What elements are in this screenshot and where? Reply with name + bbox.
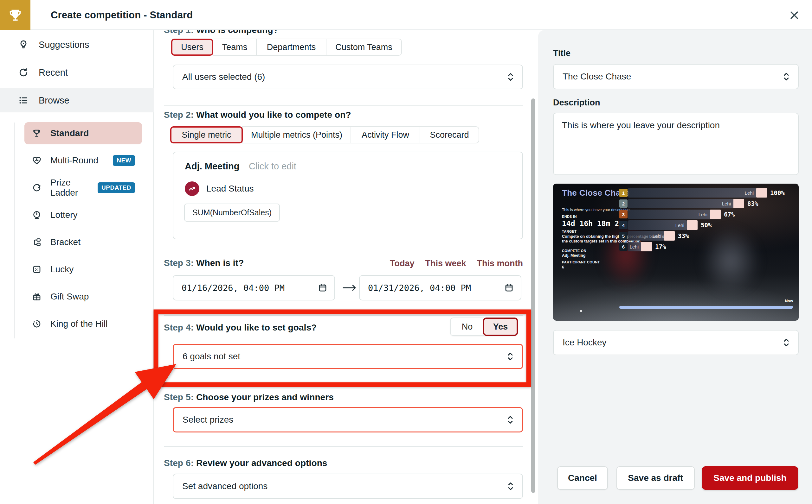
save-as-draft-button[interactable]: Save as draft: [617, 466, 695, 490]
list-icon: [18, 95, 29, 105]
quick-link-this-month[interactable]: This month: [477, 259, 523, 268]
sidebar-type-multi-round[interactable]: Multi-Round NEW: [24, 149, 142, 172]
chevron-up-down-icon: [782, 338, 790, 347]
form-scroll-area: Step 1: Who is competing? Users Teams De…: [154, 30, 538, 504]
page-title: Create competition - Standard: [51, 0, 193, 30]
chevron-up-down-icon: [782, 72, 790, 81]
sidebar-type-king-of-the-hill[interactable]: King of the Hill: [24, 313, 142, 335]
updated-badge: UPDATED: [98, 182, 135, 193]
sidebar-item-suggestions[interactable]: Suggestions: [0, 33, 154, 57]
end-date-input[interactable]: 01/31/2026, 04:00 PM: [359, 275, 521, 300]
sidebar-item-label: Suggestions: [39, 40, 89, 50]
formula-chip[interactable]: SUM(NumberOfSales): [184, 204, 280, 222]
vertical-scrollbar[interactable]: [531, 98, 535, 493]
tab-single-metric[interactable]: Single metric: [170, 126, 243, 143]
theme-dropdown[interactable]: Ice Hockey: [553, 330, 799, 355]
save-and-publish-button[interactable]: Save and publish: [702, 466, 798, 490]
cancel-button[interactable]: Cancel: [557, 466, 608, 490]
users-selected-dropdown[interactable]: All users selected (6): [173, 65, 523, 89]
countdown-value: 14d 16h 18m 25s: [562, 219, 628, 228]
close-button[interactable]: [787, 8, 801, 22]
quick-link-this-week[interactable]: This week: [425, 259, 466, 268]
sidebar: Suggestions Recent Browse Standard Mu: [0, 30, 154, 504]
sidebar-type-label: Gift Swap: [50, 292, 89, 302]
arrow-right-icon: [343, 283, 357, 292]
goals-toggle-no[interactable]: No: [450, 318, 484, 336]
sidebar-item-label: Browse: [39, 95, 69, 106]
compete-on-value: Adj. Meeting: [562, 253, 585, 258]
advanced-options-dropdown[interactable]: Set advanced options: [173, 474, 523, 499]
tab-teams[interactable]: Teams: [213, 39, 257, 56]
preview-leaderboard: 1 Lehi 100% 2 Lehi 83% 3 Lehi 67%: [619, 188, 785, 253]
leaderboard-row: 2 Lehi 83%: [619, 199, 785, 208]
step2-tabs: Single metric Multiple metrics (Points) …: [170, 126, 479, 143]
step3-heading: Step 3: When is it?: [164, 258, 244, 268]
sidebar-type-lottery[interactable]: Lottery: [24, 204, 142, 226]
tab-activity-flow[interactable]: Activity Flow: [351, 126, 420, 143]
tree-guide-line: [14, 123, 15, 338]
step5-heading: Step 5: Choose your prizes and winners: [164, 392, 334, 402]
description-textarea[interactable]: This is where you leave your description: [553, 113, 799, 175]
avatar: [687, 220, 698, 230]
participant-count-label: PARTICIPANT COUNT: [562, 260, 600, 264]
tab-custom-teams[interactable]: Custom Teams: [326, 39, 402, 56]
step1-tabs: Users Teams Departments Custom Teams: [171, 39, 402, 56]
metric-edit-hint[interactable]: Click to edit: [249, 161, 296, 172]
chevron-up-down-icon: [506, 352, 514, 361]
sidebar-type-lucky[interactable]: Lucky: [24, 258, 142, 280]
start-date-input[interactable]: 01/16/2026, 04:00 PM: [173, 275, 335, 300]
competition-preview-card: The Close Chase This is where you leave …: [553, 184, 799, 321]
clock-icon: [32, 319, 41, 329]
title-dropdown[interactable]: The Close Chase: [553, 64, 799, 89]
app-logo: [0, 0, 30, 30]
chevron-up-down-icon: [506, 415, 514, 425]
sidebar-type-bracket[interactable]: Bracket: [24, 231, 142, 253]
tab-users[interactable]: Users: [171, 39, 213, 56]
avatar: [641, 242, 652, 251]
prizes-dropdown[interactable]: Select prizes: [173, 407, 523, 432]
sidebar-type-label: Prize Ladder: [50, 178, 89, 198]
avatar: [664, 231, 675, 241]
tab-departments[interactable]: Departments: [256, 39, 327, 56]
ends-in-label: ENDS IN: [562, 215, 577, 218]
sidebar-item-browse[interactable]: Browse: [0, 88, 154, 112]
create-competition-modal: Create competition - Standard Suggestion…: [0, 0, 812, 504]
sidebar-type-standard[interactable]: Standard: [24, 122, 142, 144]
compete-on-label: COMPETE ON: [562, 249, 586, 253]
title-label: Title: [553, 48, 570, 58]
bracket-icon: [32, 237, 41, 247]
step4-heading: Step 4: Would you like to set goals?: [164, 323, 317, 333]
carousel-dot[interactable]: [580, 310, 582, 312]
leaderboard-row: 5 Lehi 33%: [619, 231, 785, 241]
gift-icon: [32, 292, 41, 301]
now-label: Now: [785, 299, 793, 303]
kpi-row: Lead Status: [185, 181, 254, 196]
sidebar-type-prize-ladder[interactable]: Prize Ladder UPDATED: [24, 177, 142, 199]
leaderboard-row: 4 Lehi 50%: [619, 220, 785, 230]
section-divider: [164, 105, 523, 106]
tab-multiple-metrics[interactable]: Multiple metrics (Points): [242, 126, 351, 143]
section-divider: [164, 446, 523, 447]
sidebar-item-label: Recent: [39, 67, 68, 78]
trending-up-icon: [185, 181, 199, 196]
sidebar-type-gift-swap[interactable]: Gift Swap: [24, 286, 142, 308]
avatar: [733, 199, 744, 208]
calendar-icon: [504, 283, 514, 293]
calendar-icon: [318, 283, 327, 293]
metric-panel: Adj. Meeting Click to edit Lead Status S…: [173, 152, 523, 239]
sidebar-item-recent[interactable]: Recent: [0, 60, 154, 85]
sidebar-type-label: Standard: [50, 128, 89, 138]
refresh-icon: [18, 67, 29, 78]
metric-name: Adj. Meeting: [185, 161, 239, 172]
step2-heading: Step 2: What would you like to compete o…: [164, 110, 351, 120]
quick-link-today[interactable]: Today: [390, 259, 415, 268]
modal-header: Create competition - Standard: [0, 0, 812, 30]
goals-dropdown[interactable]: 6 goals not set: [173, 344, 523, 369]
avatar: [710, 210, 721, 219]
goals-toggle-yes[interactable]: Yes: [483, 318, 518, 336]
tab-scorecard[interactable]: Scorecard: [420, 126, 479, 143]
kpi-name: Lead Status: [206, 184, 254, 194]
target-label: TARGET: [562, 230, 576, 233]
close-icon: [789, 10, 800, 21]
step6-heading: Step 6: Review your advanced options: [164, 458, 327, 468]
